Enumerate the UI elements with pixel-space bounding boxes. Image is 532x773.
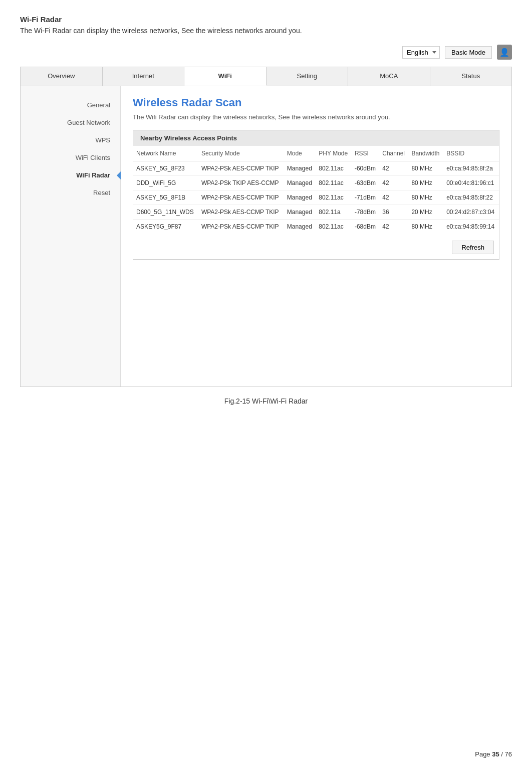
cell-channel: 42 (379, 190, 408, 205)
cell-bandwidth: 20 MHz (408, 205, 443, 220)
section-box: Nearby Wireless Access Points Network Na… (133, 130, 499, 260)
page-title: Wi-Fi Radar (20, 15, 512, 24)
user-icon[interactable]: 👤 (497, 45, 512, 60)
cell-network-name: ASKEY_5G_8F1B (133, 190, 198, 205)
sidebar-item-wps[interactable]: WPS (21, 131, 120, 149)
cell-mode: Managed (284, 161, 316, 176)
cell-rssi: -68dBm (352, 220, 379, 234)
cell-security-mode: WPA2-PSk TKIP AES-CCMP (198, 176, 284, 190)
content-panel: Wireless Radar Scan The Wifi Radar can d… (121, 86, 511, 386)
cell-bandwidth: 80 MHz (408, 190, 443, 205)
cell-bssid: 00:24:d2:87:c3:04 (443, 205, 499, 220)
cell-phy-mode: 802.11ac (316, 220, 352, 234)
cell-phy-mode: 802.11ac (316, 161, 352, 176)
sidebar-item-wifi-radar[interactable]: WiFi Radar (21, 166, 120, 184)
footer-current-page: 35 (492, 750, 499, 758)
cell-network-name: ASKEY_5G_8F23 (133, 161, 198, 176)
figure-caption: Fig.2-15 Wi-Fi\Wi-Fi Radar (20, 397, 512, 405)
cell-bandwidth: 80 MHz (408, 161, 443, 176)
table-row: ASKEY_5G_8F23 WPA2-PSk AES-CCMP TKIP Man… (133, 161, 499, 176)
tab-wifi[interactable]: WiFi (184, 67, 267, 86)
nav-tabs: Overview Internet WiFi Setting MoCA Stat… (20, 67, 512, 86)
cell-security-mode: WPA2-PSk AES-CCMP TKIP (198, 190, 284, 205)
cell-bandwidth: 80 MHz (408, 176, 443, 190)
table-row: ASKEY_5G_8F1B WPA2-PSk AES-CCMP TKIP Man… (133, 190, 499, 205)
cell-bssid: e0:ca:94:85:99:14 (443, 220, 499, 234)
cell-phy-mode: 802.11ac (316, 176, 352, 190)
sidebar-item-reset[interactable]: Reset (21, 184, 120, 202)
content-title: Wireless Radar Scan (133, 96, 499, 109)
cell-channel: 42 (379, 161, 408, 176)
cell-phy-mode: 802.11ac (316, 190, 352, 205)
refresh-button[interactable]: Refresh (452, 241, 494, 254)
cell-security-mode: WPA2-PSk AES-CCMP TKIP (198, 161, 284, 176)
table-row: D600_5G_11N_WDS WPA2-PSk AES-CCMP TKIP M… (133, 205, 499, 220)
cell-bssid: e0:ca:94:85:8f:2a (443, 161, 499, 176)
cell-channel: 42 (379, 220, 408, 234)
cell-mode: Managed (284, 205, 316, 220)
top-bar: English Basic Mode 👤 (20, 45, 512, 60)
cell-rssi: -78dBm (352, 205, 379, 220)
cell-rssi: -60dBm (352, 161, 379, 176)
footer-text: Page (475, 750, 492, 758)
col-header-phy-mode: PHY Mode (316, 146, 352, 161)
basic-mode-button[interactable]: Basic Mode (445, 46, 492, 59)
cell-network-name: D600_5G_11N_WDS (133, 205, 198, 220)
footer-total-pages: 76 (505, 750, 512, 758)
cell-network-name: ASKEY5G_9F87 (133, 220, 198, 234)
page-subtitle: The Wi-Fi Radar can display the wireless… (20, 27, 512, 35)
col-header-bandwidth: Bandwidth (408, 146, 443, 161)
tab-internet[interactable]: Internet (103, 67, 185, 86)
cell-rssi: -63dBm (352, 176, 379, 190)
section-header: Nearby Wireless Access Points (133, 130, 499, 146)
tab-status[interactable]: Status (430, 67, 512, 86)
sidebar: General Guest Network WPS WiFi Clients W… (21, 86, 121, 386)
sidebar-item-guest-network[interactable]: Guest Network (21, 114, 120, 131)
cell-bandwidth: 80 MHz (408, 220, 443, 234)
table-row: DDD_WiFi_5G WPA2-PSk TKIP AES-CCMP Manag… (133, 176, 499, 190)
page-footer: Page 35 / 76 (475, 750, 512, 758)
main-layout: General Guest Network WPS WiFi Clients W… (20, 86, 512, 387)
refresh-row: Refresh (133, 234, 499, 259)
col-header-bssid: BSSID (443, 146, 499, 161)
cell-network-name: DDD_WiFi_5G (133, 176, 198, 190)
cell-security-mode: WPA2-PSk AES-CCMP TKIP (198, 220, 284, 234)
sidebar-item-general[interactable]: General (21, 96, 120, 114)
sidebar-item-wifi-clients[interactable]: WiFi Clients (21, 149, 120, 166)
cell-bssid: 00:e0:4c:81:96:c1 (443, 176, 499, 190)
tab-setting[interactable]: Setting (267, 67, 349, 86)
tab-moca[interactable]: MoCA (348, 67, 430, 86)
cell-bssid: e0:ca:94:85:8f:22 (443, 190, 499, 205)
content-subtitle: The Wifi Radar can display the wireless … (133, 113, 499, 121)
tab-overview[interactable]: Overview (21, 67, 103, 86)
col-header-rssi: RSSI (352, 146, 379, 161)
cell-phy-mode: 802.11a (316, 205, 352, 220)
cell-channel: 36 (379, 205, 408, 220)
cell-mode: Managed (284, 190, 316, 205)
col-header-mode: Mode (284, 146, 316, 161)
cell-security-mode: WPA2-PSk AES-CCMP TKIP (198, 205, 284, 220)
col-header-channel: Channel (379, 146, 408, 161)
cell-rssi: -71dBm (352, 190, 379, 205)
col-header-network-name: Network Name (133, 146, 198, 161)
footer-separator: / (499, 750, 505, 758)
cell-mode: Managed (284, 176, 316, 190)
table-row: ASKEY5G_9F87 WPA2-PSk AES-CCMP TKIP Mana… (133, 220, 499, 234)
cell-mode: Managed (284, 220, 316, 234)
language-select[interactable]: English (402, 46, 440, 59)
col-header-security-mode: Security Mode (198, 146, 284, 161)
cell-channel: 42 (379, 176, 408, 190)
access-points-table: Network Name Security Mode Mode PHY Mode… (133, 146, 499, 234)
